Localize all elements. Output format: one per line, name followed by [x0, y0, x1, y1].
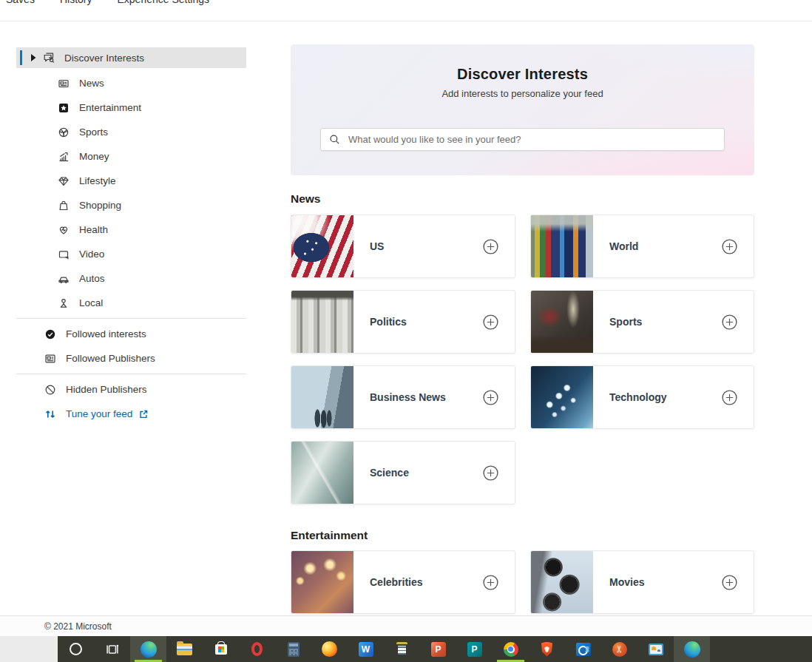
sidebar-item-health[interactable]: Health — [16, 217, 246, 242]
notepad-icon — [396, 642, 407, 656]
local-pin-icon — [58, 297, 70, 309]
taskbar-powerpoint-button[interactable]: P — [420, 636, 456, 662]
sidebar-divider — [16, 318, 246, 319]
taskbar-edge-button[interactable] — [130, 636, 166, 662]
sidebar-item-news[interactable]: News — [16, 71, 246, 95]
taskbar-publisher-button[interactable]: P — [456, 636, 493, 662]
money-chart-icon — [58, 151, 70, 163]
selection-accent-bar — [20, 50, 22, 65]
interest-card-world[interactable]: World — [530, 215, 754, 278]
interest-card-celebrities[interactable]: Celebrities — [291, 550, 515, 614]
sidebar-item-money[interactable]: Money — [16, 144, 246, 169]
interest-card-sports[interactable]: Sports — [530, 290, 754, 354]
taskbar-firefox-button[interactable] — [311, 636, 348, 662]
taskbar-snipping-tool-button[interactable] — [601, 636, 637, 662]
brave-icon — [541, 642, 554, 657]
caret-right-icon[interactable] — [30, 53, 37, 62]
autos-car-icon — [58, 273, 70, 285]
sidebar-item-shopping[interactable]: Shopping — [16, 193, 246, 217]
sidebar-item-discover-interests[interactable]: Discover Interests — [16, 47, 246, 68]
shopping-bag-icon — [58, 200, 70, 212]
publisher-icon: P — [467, 642, 482, 657]
sidebar-item-entertainment[interactable]: Entertainment — [16, 95, 246, 120]
file-explorer-icon — [177, 644, 192, 655]
taskbar-brave-button[interactable] — [529, 636, 565, 662]
interest-card-business-news[interactable]: Business News — [291, 365, 515, 429]
sort-arrows-icon — [44, 408, 56, 420]
add-plus-circle-icon — [722, 390, 737, 405]
sidebar-item-label: Entertainment — [79, 102, 141, 113]
sidebar-item-label: Sports — [79, 126, 108, 138]
interest-card-us[interactable]: US — [291, 215, 515, 278]
add-plus-circle-icon — [483, 314, 498, 330]
interest-card-movies[interactable]: Movies — [530, 550, 754, 614]
card-label: Movies — [609, 576, 722, 588]
lifestyle-gem-icon — [58, 175, 70, 187]
card-label: Celebrities — [370, 576, 483, 588]
add-plus-circle-icon — [483, 239, 498, 254]
card-image-technology — [531, 366, 593, 428]
followed-check-icon — [44, 328, 56, 340]
edge-icon — [684, 641, 700, 658]
copyright-text: © 2021 Microsoft — [44, 621, 112, 632]
sidebar-item-label: Followed interests — [66, 328, 146, 340]
add-interest-button[interactable] — [722, 390, 737, 405]
taskbar-calculator-button[interactable] — [275, 636, 311, 662]
card-label: Science — [370, 467, 483, 479]
sidebar-item-sports[interactable]: Sports — [16, 120, 246, 144]
cortana-icon — [70, 643, 82, 655]
sidebar-link-tune-your-feed[interactable]: Tune your feed — [16, 402, 246, 426]
page-footer: © 2021 Microsoft — [0, 615, 812, 636]
sidebar-item-followed-interests[interactable]: Followed interests — [16, 322, 246, 346]
taskbar-notepad-button[interactable] — [384, 636, 420, 662]
taskbar-edge-button-2[interactable] — [674, 636, 710, 662]
sidebar-item-hidden-publishers[interactable]: Hidden Publishers — [16, 377, 246, 402]
add-interest-button[interactable] — [483, 390, 498, 405]
add-plus-circle-icon — [722, 239, 737, 254]
interest-card-politics[interactable]: Politics — [291, 290, 515, 354]
cortana-button[interactable] — [58, 636, 94, 662]
sidebar-item-label: Hidden Publishers — [66, 384, 147, 395]
sidebar-item-lifestyle[interactable]: Lifestyle — [16, 169, 246, 193]
taskbar-store-button[interactable] — [203, 636, 239, 662]
card-label: US — [370, 240, 483, 252]
add-interest-button[interactable] — [483, 239, 498, 254]
sidebar-item-label: Shopping — [79, 200, 121, 211]
add-interest-button[interactable] — [722, 239, 737, 254]
sports-ball-icon — [58, 126, 70, 138]
powerpoint-icon: P — [431, 642, 446, 657]
task-view-icon — [105, 642, 120, 657]
add-interest-button[interactable] — [483, 575, 498, 590]
taskbar-outlook-button[interactable] — [565, 636, 601, 662]
sidebar-item-local[interactable]: Local — [16, 291, 246, 315]
card-image-sports — [531, 291, 593, 353]
taskbar-opera-button[interactable] — [239, 636, 275, 662]
add-interest-button[interactable] — [483, 314, 498, 330]
task-view-button[interactable] — [94, 636, 130, 662]
interest-card-science[interactable]: Science — [291, 441, 515, 504]
sidebar-item-video[interactable]: Video — [16, 242, 246, 266]
sidebar-item-label: Discover Interests — [64, 53, 144, 64]
add-interest-button[interactable] — [722, 314, 737, 330]
nav-item-experience-settings[interactable]: Experience Settings — [117, 0, 209, 5]
nav-item-history[interactable]: History — [60, 0, 92, 5]
taskbar-photos-button[interactable] — [637, 636, 674, 662]
add-plus-circle-icon — [722, 575, 737, 590]
taskbar-file-explorer-button[interactable] — [166, 636, 203, 662]
nav-item-saves[interactable]: Saves — [6, 0, 35, 5]
taskbar-chrome-button[interactable] — [493, 636, 529, 662]
sidebar-item-followed-publishers[interactable]: Followed Publishers — [16, 346, 246, 371]
interest-card-technology[interactable]: Technology — [530, 365, 754, 429]
add-interest-button[interactable] — [722, 575, 737, 590]
interest-search-box[interactable] — [320, 128, 725, 151]
video-icon — [58, 249, 70, 260]
publishers-news-icon — [44, 353, 56, 365]
search-input[interactable] — [347, 133, 716, 146]
add-interest-button[interactable] — [483, 465, 498, 481]
taskbar-word-button[interactable]: W — [348, 636, 384, 662]
search-icon — [329, 134, 340, 145]
news-card-grid: US World Politics — [291, 215, 754, 504]
card-image-business — [291, 366, 353, 428]
sidebar-item-autos[interactable]: Autos — [16, 266, 246, 291]
sidebar-item-label: Lifestyle — [79, 175, 116, 186]
